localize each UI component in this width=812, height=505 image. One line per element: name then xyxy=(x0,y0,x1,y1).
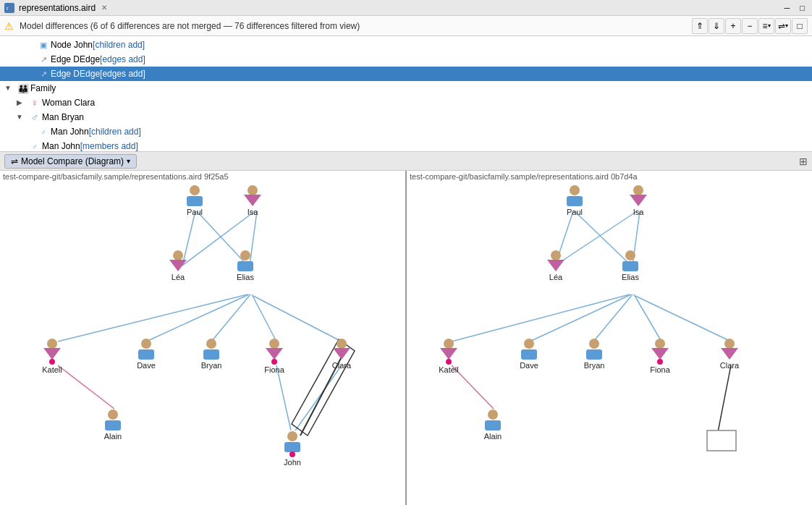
svg-rect-49 xyxy=(284,442,300,452)
clara-node-left: Clara xyxy=(332,339,352,370)
svg-text:Paul: Paul xyxy=(567,208,583,216)
diagram-area: test-compare-git/basicfamily.sample/repr… xyxy=(0,171,812,505)
svg-rect-83 xyxy=(586,349,602,360)
remove-btn[interactable]: − xyxy=(742,18,758,34)
tree-item-man-john-children[interactable]: ♂ Man John [children add] xyxy=(0,124,812,139)
tree-tag: [children add] xyxy=(93,40,145,50)
svg-marker-29 xyxy=(43,348,61,360)
tree-item-node-john[interactable]: ▣ Node John [children add] xyxy=(0,38,812,52)
expand-icon[interactable] xyxy=(26,127,36,137)
svg-text:Dave: Dave xyxy=(520,361,538,370)
paul-node-left: Paul xyxy=(187,185,203,216)
tree-item-woman-clara[interactable]: ▶ ♀ Woman Clara xyxy=(0,96,812,110)
svg-text:Isa: Isa xyxy=(633,208,645,216)
svg-point-28 xyxy=(47,339,57,349)
paul-node-right: Paul xyxy=(567,185,583,216)
female-icon: ♀ xyxy=(29,97,41,109)
merge-btn-1[interactable]: ⇑ xyxy=(692,18,708,34)
svg-rect-64 xyxy=(567,196,583,206)
katell-node-left: Katell xyxy=(42,339,62,374)
svg-point-85 xyxy=(655,339,665,349)
tree-tag: [edges add] xyxy=(100,54,145,64)
tree-item-man-john-members[interactable]: ♂ Man John [members add] xyxy=(0,139,812,152)
expand-icon-man-bryan[interactable]: ▼ xyxy=(14,112,25,122)
add-btn[interactable]: + xyxy=(725,18,741,34)
male-small-icon: ♂ xyxy=(38,126,49,137)
filter-btn[interactable]: ≡▾ xyxy=(758,18,774,34)
merge-btn-2[interactable]: ⇓ xyxy=(709,18,724,34)
expand-icon[interactable] xyxy=(14,141,25,151)
svg-rect-36 xyxy=(203,349,219,360)
model-diff-bar: ⚠ Model differences (6 of 6 differences … xyxy=(0,16,812,36)
bryan-node-right: Bryan xyxy=(584,339,605,370)
svg-text:John: John xyxy=(284,458,301,467)
svg-line-56 xyxy=(452,294,630,341)
minimize-btn[interactable]: ─ xyxy=(784,4,790,12)
layout-icon[interactable]: ⊞ xyxy=(799,156,808,167)
tree-label-man-bryan: Man Bryan xyxy=(42,112,84,122)
tree-item-family[interactable]: ▼ 👪 Family xyxy=(0,81,812,96)
clara-node-right: Clara xyxy=(720,339,740,370)
expand-icon-family[interactable]: ▼ xyxy=(3,83,13,93)
svg-text:Bryan: Bryan xyxy=(584,361,605,370)
svg-text:Alain: Alain xyxy=(104,432,122,441)
svg-point-82 xyxy=(589,339,599,349)
tree-tag: [children add] xyxy=(89,127,141,137)
alain-node-left: Alain xyxy=(104,409,122,441)
tree-item-man-bryan[interactable]: ▼ ♂ Man Bryan xyxy=(0,110,812,124)
edge-icon: ↗ xyxy=(38,54,49,65)
svg-point-72 xyxy=(625,250,635,260)
svg-text:Isa: Isa xyxy=(248,208,259,216)
svg-text:Fiona: Fiona xyxy=(650,365,670,374)
svg-marker-76 xyxy=(440,348,457,360)
svg-text:Clara: Clara xyxy=(332,361,352,370)
close-tab-icon[interactable]: ✕ xyxy=(101,4,107,12)
lea-node-left: Léa xyxy=(169,250,187,281)
svg-rect-80 xyxy=(521,349,537,360)
svg-text:Paul: Paul xyxy=(187,208,203,216)
svg-point-45 xyxy=(108,409,118,420)
tab-dropdown-icon[interactable]: ▾ xyxy=(127,157,130,165)
svg-point-79 xyxy=(524,339,534,349)
maximize-btn[interactable]: □ xyxy=(800,4,805,12)
right-diagram-svg: Paul Isa Léa Elias xyxy=(407,171,812,505)
right-diagram-panel: test-compare-git/basicfamily.sample/repr… xyxy=(407,171,812,505)
svg-marker-70 xyxy=(547,260,564,271)
expand-icon[interactable] xyxy=(26,40,36,50)
svg-rect-33 xyxy=(138,349,154,360)
svg-marker-86 xyxy=(651,348,669,360)
svg-rect-17 xyxy=(187,196,203,206)
tree-label: Man John xyxy=(42,141,80,151)
expand-btn[interactable]: □ xyxy=(792,18,808,34)
svg-point-87 xyxy=(657,359,663,365)
tree-item-edge-dedge-1[interactable]: ↗ Edge DEdge [edges add] xyxy=(0,52,812,67)
svg-point-89 xyxy=(724,339,735,349)
expand-icon[interactable] xyxy=(26,69,36,79)
svg-rect-26 xyxy=(237,261,253,271)
elias-node-left: Elias xyxy=(237,250,254,281)
isa-node-left: Isa xyxy=(244,185,261,216)
expand-icon-woman-clara[interactable]: ▶ xyxy=(14,98,25,108)
svg-text:Elias: Elias xyxy=(237,273,254,281)
tree-tag: [edges add] xyxy=(100,69,145,79)
nav-btn[interactable]: ⇌▾ xyxy=(775,18,791,34)
svg-point-22 xyxy=(173,250,183,260)
empty-box xyxy=(707,430,736,451)
svg-line-53 xyxy=(575,211,631,266)
tree-label: Node John xyxy=(51,40,93,50)
alain-node-right: Alain xyxy=(484,409,502,441)
svg-text:Katell: Katell xyxy=(439,365,459,374)
svg-text:Bryan: Bryan xyxy=(201,361,222,370)
svg-text:Fiona: Fiona xyxy=(264,365,284,374)
tree-item-edge-dedge-2[interactable]: ↗ Edge DEdge [edges add] xyxy=(0,67,812,81)
expand-icon[interactable] xyxy=(26,54,36,64)
warning-icon: ⚠ xyxy=(4,20,14,32)
elias-node-right: Elias xyxy=(622,250,639,281)
model-compare-tab[interactable]: ⇌ Model Compare (Diagram) ▾ xyxy=(4,154,137,169)
svg-point-66 xyxy=(633,185,643,195)
svg-point-32 xyxy=(141,339,151,349)
node-icon: ▣ xyxy=(38,39,49,51)
fiona-node-right: Fiona xyxy=(650,339,670,374)
tree-panel: ▣ Node John [children add] ↗ Edge DEdge … xyxy=(0,36,812,152)
svg-point-92 xyxy=(488,409,498,420)
